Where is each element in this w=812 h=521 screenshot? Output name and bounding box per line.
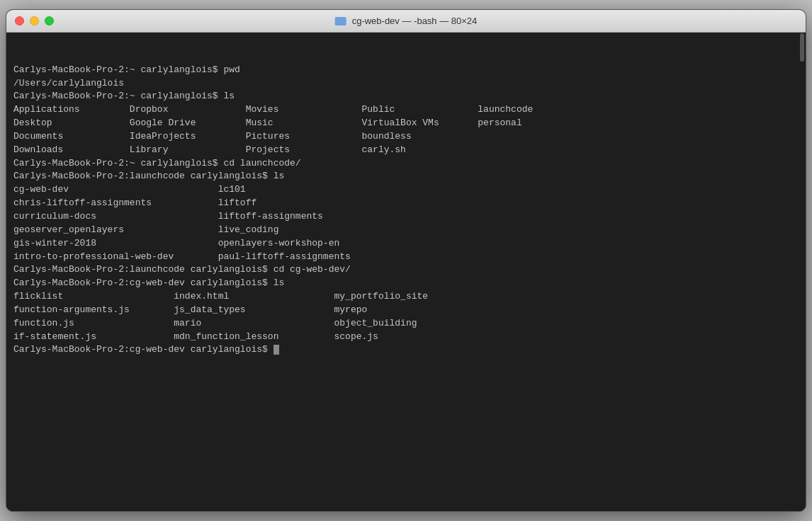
terminal-body[interactable]: Carlys-MacBook-Pro-2:~ carlylanglois$ pw… [6,33,806,511]
minimize-button[interactable] [30,16,39,25]
terminal-line: Carlys-MacBook-Pro-2:launchcode carlylan… [13,170,799,183]
maximize-button[interactable] [45,16,54,25]
terminal-line: flicklist index.html my_portfolio_site [13,290,799,304]
terminal-line: if-statement.js mdn_function_lesson scop… [13,331,799,344]
terminal-line: curriculum-docs liftoff-assignments [13,210,799,224]
terminal-window: cg-web-dev — -bash — 80×24 Carlys-MacBoo… [6,9,806,512]
terminal-line: function.js mario object_building [13,317,799,331]
close-button[interactable] [15,16,24,25]
terminal-line: Carlys-MacBook-Pro-2:~ carlylanglois$ cd… [13,157,799,171]
window-title: cg-web-dev — -bash — 80×24 [335,16,478,26]
scrollbar-thumb[interactable] [800,33,804,62]
terminal-line: chris-liftoff-assignments liftoff [13,197,799,210]
scrollbar[interactable] [799,32,805,512]
terminal-line: Carlys-MacBook-Pro-2:~ carlylanglois$ ls [13,90,799,103]
terminal-line: Carlys-MacBook-Pro-2:launchcode carlylan… [13,263,799,277]
terminal-line: Carlys-MacBook-Pro-2:cg-web-dev carlylan… [13,277,799,290]
terminal-line: Downloads Library Projects carly.sh [13,144,799,157]
terminal-cursor [274,345,279,355]
folder-icon [335,17,346,25]
terminal-line: cg-web-dev lc101 [13,183,799,197]
terminal-line: Documents IdeaProjects Pictures boundles… [13,130,799,144]
terminal-line: Carlys-MacBook-Pro-2:cg-web-dev carlylan… [13,343,799,357]
terminal-line: Applications Dropbox Movies Public launc… [13,103,799,117]
terminal-line: function-arguments.js js_data_types myre… [13,304,799,317]
terminal-line: intro-to-professional-web-dev paul-lifto… [13,251,799,264]
titlebar: cg-web-dev — -bash — 80×24 [6,10,806,33]
terminal-line: gis-winter-2018 openlayers-workshop-en [13,237,799,251]
terminal-line: Carlys-MacBook-Pro-2:~ carlylanglois$ pw… [13,64,799,77]
terminal-line: Desktop Google Drive Music VirtualBox VM… [13,117,799,130]
terminal-line: geoserver_openlayers live_coding [13,224,799,237]
traffic-lights [15,16,54,25]
terminal-line: /Users/carlylanglois [13,77,799,91]
